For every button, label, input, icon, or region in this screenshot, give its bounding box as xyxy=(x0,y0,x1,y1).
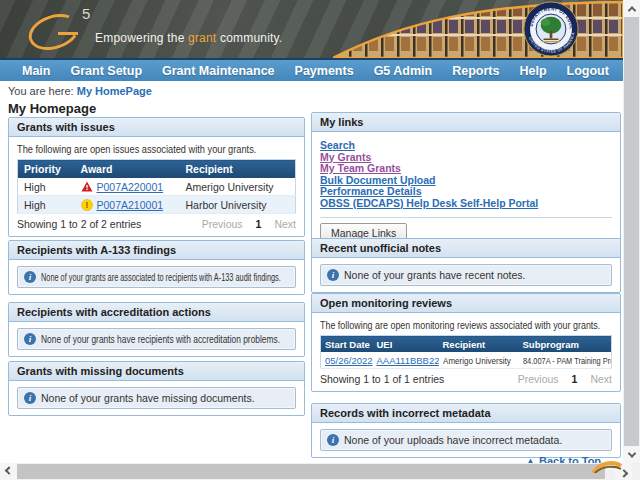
panel-monitoring-title: Open monitoring reviews xyxy=(312,294,620,313)
link-my-team-grants[interactable]: My Team Grants xyxy=(320,163,612,175)
award-link[interactable]: P007A210001 xyxy=(97,199,164,211)
horizontal-scrollbar[interactable] xyxy=(0,463,640,480)
nav-logout[interactable]: Logout xyxy=(557,64,619,78)
uei-link[interactable]: AAA111BBB222 xyxy=(377,355,439,366)
a133-message: None of your grants are associated to re… xyxy=(41,271,281,283)
award-link[interactable]: P007A220001 xyxy=(97,181,164,193)
panel-missing-docs-title: Grants with missing documents xyxy=(9,362,304,381)
red-alert-triangle-icon: ! xyxy=(81,181,93,192)
page-1-button[interactable]: 1 xyxy=(572,373,578,385)
info-message-box: i None of your grants have missing docum… xyxy=(17,387,296,409)
panel-monitoring-reviews: Open monitoring reviews The following ar… xyxy=(311,293,621,392)
recipient-cell: Amerigo University xyxy=(180,178,296,196)
nav-reports[interactable]: Reports xyxy=(442,64,509,78)
divider xyxy=(320,217,612,218)
vertical-scrollbar[interactable] xyxy=(623,0,640,463)
grants-issues-intro: The following are open issues associated… xyxy=(17,143,256,155)
nav-main[interactable]: Main xyxy=(12,64,60,78)
info-message-box: i None of your grants have recipients wi… xyxy=(17,328,296,350)
breadcrumb: You are here: My HomePage xyxy=(8,85,152,97)
nav-grant-maintenance[interactable]: Grant Maintenance xyxy=(152,64,285,78)
panel-accreditation-actions: Recipients with accreditation actions i … xyxy=(8,302,305,357)
breadcrumb-prefix: You are here: xyxy=(8,85,74,97)
breadcrumb-current-link[interactable]: My HomePage xyxy=(77,85,152,97)
col-recipient: Recipient xyxy=(180,160,296,179)
panel-metadata-title: Records with incorrect metadata xyxy=(312,404,620,423)
my-links-list: Search My Grants My Team Grants Bulk Doc… xyxy=(320,138,612,213)
scroll-up-button[interactable] xyxy=(623,0,640,17)
svg-text:!: ! xyxy=(85,200,88,210)
page-1-button[interactable]: 1 xyxy=(256,218,262,230)
panel-incorrect-metadata: Records with incorrect metadata i None o… xyxy=(311,403,621,458)
g5-logo: 5 xyxy=(28,7,90,53)
panel-recent-notes: Recent unofficial notes i None of your g… xyxy=(311,238,621,293)
tagline: Empowering the grant community. xyxy=(95,31,282,45)
recent-notes-message: None of your grants have recent notes. xyxy=(344,269,526,281)
chevron-up-icon xyxy=(627,6,635,14)
info-icon: i xyxy=(327,434,339,446)
scroll-left-button[interactable] xyxy=(0,463,17,480)
main-nav: Main Grant Setup Grant Maintenance Payme… xyxy=(0,58,623,81)
col-recipient: Recipient xyxy=(439,336,519,353)
info-icon: i xyxy=(24,392,36,404)
next-button[interactable]: Next xyxy=(274,218,296,230)
info-icon: i xyxy=(24,271,36,283)
col-award: Award xyxy=(75,160,180,179)
tagline-prefix: Empowering the xyxy=(95,31,188,45)
tagline-grant: grant xyxy=(188,31,216,45)
panel-a133-findings: Recipients with A-133 findings i None of… xyxy=(8,240,305,295)
col-start-date: Start Date xyxy=(321,336,373,353)
g5-logo-5: 5 xyxy=(82,5,90,22)
panel-my-links-title: My links xyxy=(312,113,620,132)
panel-missing-documents: Grants with missing documents i None of … xyxy=(8,361,305,416)
info-icon: i xyxy=(327,269,339,281)
bookshelf-swoosh-image xyxy=(333,0,623,58)
panel-my-links: My links Search My Grants My Team Grants… xyxy=(311,112,621,250)
previous-button[interactable]: Previous xyxy=(202,218,243,230)
nav-help[interactable]: Help xyxy=(509,64,556,78)
header-banner: 5 Empowering the grant community. DEPART… xyxy=(0,0,623,58)
panel-accreditation-title: Recipients with accreditation actions xyxy=(9,303,304,322)
vertical-scroll-thumb[interactable] xyxy=(624,17,639,446)
monitoring-table: Start Date UEI Recipient Subprogram 05/2… xyxy=(320,335,612,369)
metadata-message: None of your uploads have incorrect meta… xyxy=(344,434,562,446)
tagline-suffix: community. xyxy=(216,31,282,45)
nav-grant-setup[interactable]: Grant Setup xyxy=(60,64,152,78)
link-performance-details[interactable]: Performance Details xyxy=(320,186,612,198)
subprogram-cell: 84.007A - PAM Training Program xyxy=(523,355,612,366)
table-row: 05/26/2022 AAA111BBB222 Amerigo Universi… xyxy=(321,352,612,369)
priority-cell: High xyxy=(18,178,75,196)
next-button[interactable]: Next xyxy=(590,373,612,385)
panel-a133-title: Recipients with A-133 findings xyxy=(9,241,304,260)
g5-logo-bar xyxy=(58,32,78,35)
recipient-cell: Harbor University xyxy=(180,196,296,214)
nav-payments[interactable]: Payments xyxy=(285,64,364,78)
chevron-down-icon xyxy=(627,449,635,457)
panel-recent-notes-title: Recent unofficial notes xyxy=(312,239,620,258)
missing-docs-message: None of your grants have missing documen… xyxy=(41,392,255,404)
g5-footer-logo-fragment xyxy=(592,460,622,473)
chevron-left-icon xyxy=(4,466,12,474)
horizontal-scroll-thumb[interactable] xyxy=(17,464,605,479)
scroll-down-button[interactable] xyxy=(623,446,640,463)
info-icon: i xyxy=(24,333,36,345)
accreditation-message: None of your grants have recipients with… xyxy=(41,333,280,345)
info-message-box: i None of your grants are associated to … xyxy=(17,266,296,288)
panel-grants-with-issues-title: Grants with issues xyxy=(9,118,304,137)
col-priority: Priority xyxy=(18,160,75,179)
start-date-link[interactable]: 05/26/2022 xyxy=(325,355,373,366)
info-message-box: i None of your uploads have incorrect me… xyxy=(320,429,612,451)
g5-homepage: 5 Empowering the grant community. DEPART… xyxy=(0,0,640,480)
nav-g5-admin[interactable]: G5 Admin xyxy=(364,64,443,78)
pagination: Previous 1 Next xyxy=(518,373,612,385)
link-search[interactable]: Search xyxy=(320,140,612,152)
pagination: Previous 1 Next xyxy=(202,218,296,230)
info-message-box: i None of your grants have recent notes. xyxy=(320,264,612,286)
link-obss-help-desk[interactable]: OBSS (EDCAPS) Help Desk Self-Help Portal xyxy=(320,198,612,210)
svg-text:!: ! xyxy=(85,183,88,192)
panel-grants-with-issues: Grants with issues The following are ope… xyxy=(8,117,305,237)
col-uei: UEI xyxy=(373,336,439,353)
yellow-warning-circle-icon: ! xyxy=(81,199,93,211)
table-row: High ! P007A220001 Amerigo University xyxy=(18,178,296,196)
previous-button[interactable]: Previous xyxy=(518,373,559,385)
